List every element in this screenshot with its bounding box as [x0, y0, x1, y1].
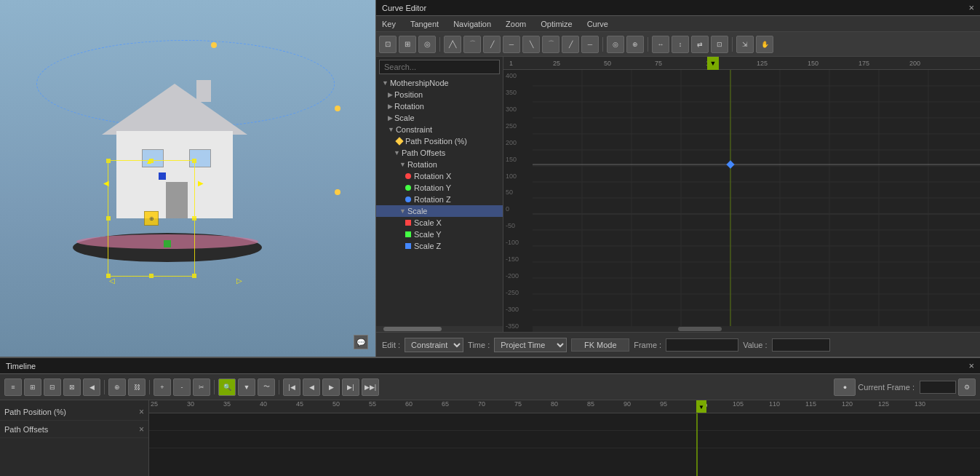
tl-btn-fwd-skip[interactable]: ▶▶| [362, 378, 379, 396]
track-close-path-offsets[interactable]: × [139, 424, 144, 435]
tl-mark-125: 125 [878, 400, 889, 408]
timeline-keyframe-area[interactable] [149, 413, 980, 476]
arrow-scale: ▶ [388, 114, 393, 122]
tb-tangent3[interactable]: ╱ [483, 36, 501, 53]
tree-item-position[interactable]: ▶ Position [376, 89, 503, 100]
curve-editor-title: Curve Editor [382, 4, 426, 12]
sel-handle-mr[interactable] [192, 216, 196, 221]
tl-btn-expand[interactable]: ⊠ [63, 378, 81, 396]
tree-item-rotation-x[interactable]: Rotation X [376, 170, 503, 182]
current-frame-input[interactable]: 100 [920, 381, 956, 394]
menu-navigation[interactable]: Navigation [450, 18, 494, 30]
menu-tangent[interactable]: Tangent [407, 18, 442, 30]
tl-btn-record[interactable]: ● [834, 378, 856, 396]
tb-tangent5[interactable]: ╲ [522, 36, 540, 53]
tb-tangent4[interactable]: ─ [503, 36, 520, 53]
tl-btn-keys[interactable]: ⊞ [24, 378, 41, 396]
tl-btn-zoom[interactable]: 🔍 [218, 378, 236, 396]
tb-fit-all[interactable]: ⇲ [736, 36, 754, 53]
tb-tangent7[interactable]: ╱ [562, 36, 579, 53]
graph-hscroll-thumb[interactable] [678, 327, 722, 331]
tl-btn-cut[interactable]: ✂ [193, 378, 210, 396]
tb-tangent1[interactable]: ╱╲ [444, 36, 461, 53]
tree-item-scale-y[interactable]: Scale Y [376, 229, 503, 240]
search-box [376, 57, 503, 77]
sel-handle-bm[interactable] [149, 274, 154, 278]
viewport[interactable]: ⊕ ◀ ▶ ▲ ◁ ▷ 💬 [0, 0, 375, 357]
ctrl-point-right [335, 106, 340, 111]
y-label-400: 400 [506, 72, 530, 79]
tb-view2[interactable]: ⊕ [626, 36, 644, 53]
tb-move-horiz[interactable]: ↔ [652, 36, 669, 53]
timeline-close-btn[interactable]: × [968, 360, 974, 371]
menu-optimize[interactable]: Optimize [538, 18, 575, 30]
ruler-175: 175 [859, 60, 869, 67]
green-handle[interactable] [164, 240, 171, 247]
tl-btn-link[interactable]: ⛓ [128, 378, 146, 396]
viewport-comment-icon[interactable]: 💬 [354, 335, 368, 349]
fk-mode-btn[interactable]: FK Mode [571, 338, 629, 352]
curve-content: ▼ MothershipNode ▶ Position ▶ [376, 57, 980, 332]
tree-item-rotation-z[interactable]: Rotation Z [376, 194, 503, 205]
menu-key[interactable]: Key [379, 18, 399, 30]
menu-curve[interactable]: Curve [584, 18, 611, 30]
tb-tangent8[interactable]: ─ [581, 36, 599, 53]
tree-item-path-offsets[interactable]: ▼ Path Offsets [376, 147, 503, 159]
sel-handle-br[interactable] [192, 274, 196, 278]
tb-view1[interactable]: ◎ [607, 36, 624, 53]
menu-zoom[interactable]: Zoom [503, 18, 529, 30]
graph-hscroll[interactable] [533, 326, 980, 332]
tree-item-rotation-top[interactable]: ▶ Rotation [376, 100, 503, 112]
arrow-path-offsets: ▼ [394, 149, 400, 156]
graph-canvas[interactable]: 400 350 300 250 200 150 100 50 0 -50 -10… [503, 70, 980, 332]
tree-item-scale-z[interactable]: Scale Z [376, 240, 503, 252]
blue-handle[interactable] [159, 172, 166, 180]
tl-btn-snap[interactable]: ⊕ [108, 378, 126, 396]
curve-editor-close-btn[interactable]: × [968, 2, 974, 13]
tl-btn-curves[interactable]: ≡ [4, 378, 22, 396]
tree-item-mothership[interactable]: ▼ MothershipNode [376, 77, 503, 89]
tb-tangent6[interactable]: ⌒ [542, 36, 559, 53]
time-select[interactable]: Project Time [494, 338, 567, 352]
sel-handle-tr[interactable] [192, 159, 196, 163]
track-close-path-position[interactable]: × [139, 407, 144, 417]
tl-btn-rev[interactable]: ◀ [303, 378, 320, 396]
tb-scale-val[interactable]: ⊡ [711, 36, 728, 53]
tl-btn-move-left[interactable]: ◀ [83, 378, 100, 396]
tl-btn-play[interactable]: ▶ [322, 378, 340, 396]
tree-item-path-position[interactable]: Path Position (%) [376, 135, 503, 147]
tl-btn-rev-skip[interactable]: |◀ [283, 378, 300, 396]
tl-mark-90: 90 [624, 400, 631, 408]
tl-btn-collapse[interactable]: ⊟ [44, 378, 61, 396]
tl-btn-wave[interactable]: 〜 [258, 378, 275, 396]
tl-btn-remove[interactable]: - [173, 378, 191, 396]
tb-cursor[interactable]: ✋ [756, 36, 773, 53]
tree-item-constraint[interactable]: ▼ Constraint [376, 124, 503, 135]
tl-btn-zoom-opts[interactable]: ▼ [238, 378, 255, 396]
tree-item-scale-x[interactable]: Scale X [376, 217, 503, 229]
tree-hscroll-thumb[interactable] [383, 327, 442, 331]
tl-btn-fwd[interactable]: ▶| [342, 378, 359, 396]
tree-item-rotation2[interactable]: ▼ Rotation [376, 159, 503, 170]
tree-item-scale2[interactable]: ▼ Scale [376, 205, 503, 217]
frame-input[interactable] [666, 338, 738, 352]
tb-tangent2[interactable]: ⌒ [463, 36, 481, 53]
edit-select[interactable]: Constraint [405, 338, 463, 352]
arrow-scale2: ▼ [399, 207, 406, 215]
tb-select-btn[interactable]: ⊡ [379, 36, 397, 53]
sel-handle-tl[interactable] [106, 159, 111, 163]
move-gizmo-icon[interactable]: ⊕ [144, 211, 159, 226]
keyframe-diamond[interactable] [726, 160, 734, 168]
tb-move-vert[interactable]: ↕ [672, 36, 689, 53]
tree-item-scale-top[interactable]: ▶ Scale [376, 112, 503, 124]
tb-move-btn[interactable]: ⊞ [399, 36, 416, 53]
tree-hscroll[interactable] [376, 326, 503, 332]
tl-btn-add[interactable]: + [154, 378, 171, 396]
value-input[interactable] [772, 338, 830, 352]
sel-handle-ml[interactable] [106, 216, 111, 221]
tb-scale-time[interactable]: ⇄ [691, 36, 709, 53]
tree-item-rotation-y[interactable]: Rotation Y [376, 182, 503, 194]
tl-btn-settings[interactable]: ⚙ [958, 378, 976, 396]
tb-layer-btn[interactable]: ◎ [418, 36, 436, 53]
search-input[interactable] [379, 60, 500, 74]
